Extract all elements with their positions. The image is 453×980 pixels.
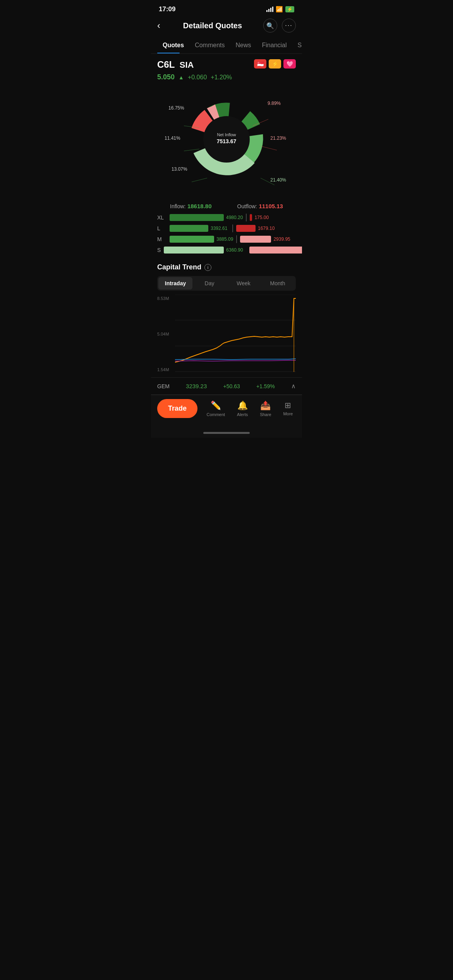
- line-chart-container: 8.53M 5.04M 1.54M: [151, 295, 302, 373]
- status-icons: 📶 ⚡: [266, 6, 294, 13]
- badge-lightning: ⚡: [269, 59, 281, 69]
- bottom-nav: Trade ✏️ Comment 🔔 Alerts 📤 Share ⊞ More: [151, 395, 302, 427]
- gem-label: GEM: [157, 383, 170, 389]
- bar-row-xl: XL 4980.20 175.00: [157, 214, 296, 221]
- y-label-top: 8.53M: [157, 296, 169, 301]
- wifi-icon: 📶: [276, 6, 283, 13]
- gem-change2: +1.59%: [256, 383, 275, 389]
- nav-item-comment[interactable]: ✏️ Comment: [206, 401, 225, 417]
- bar-row-l: L 3392.61 1679.10: [157, 224, 296, 232]
- nav-item-more[interactable]: ⊞ More: [283, 401, 293, 417]
- annotation-left: 11.41%: [165, 135, 180, 141]
- nav-label-share: Share: [260, 412, 271, 417]
- bars-table: XL 4980.20 175.00 L 3392.61 1679.10 M 38…: [151, 214, 302, 254]
- line-chart-svg-wrapper: [175, 295, 296, 373]
- bar-fill-l-inflow: [170, 225, 208, 232]
- search-button[interactable]: 🔍: [263, 19, 277, 33]
- chevron-up-icon[interactable]: ∧: [291, 382, 296, 390]
- outflow-label: Outflow:: [237, 203, 257, 209]
- bar-label-l: L: [157, 225, 166, 231]
- status-bar: 17:09 📶 ⚡: [151, 0, 302, 16]
- stock-badges: 🇸🇬 ⚡ 🩷: [254, 59, 296, 69]
- y-label-mid: 5.04M: [157, 332, 169, 336]
- period-tab-month[interactable]: Month: [261, 277, 295, 290]
- y-axis-labels: 8.53M 5.04M 1.54M: [157, 295, 169, 373]
- tab-underline: [157, 53, 180, 54]
- stock-name-section: C6L SIA: [157, 59, 194, 70]
- price-change: +0.060: [188, 74, 207, 81]
- header: ‹ Detailed Quotes 🔍 ···: [151, 16, 302, 37]
- badge-heart: 🩷: [283, 59, 296, 69]
- more-options-button[interactable]: ···: [282, 19, 296, 33]
- bar-left-l: 3392.61: [170, 225, 229, 232]
- inflow-value: 18618.80: [187, 203, 212, 209]
- bar-val-l-outflow: 1679.10: [258, 226, 275, 231]
- period-tab-day[interactable]: Day: [192, 277, 226, 290]
- price-change-pct: +1.20%: [211, 74, 232, 81]
- bar-fill-s-inflow: [164, 247, 224, 254]
- share-icon: 📤: [260, 401, 271, 411]
- period-tabs: Intraday Day Week Month: [157, 276, 296, 291]
- nav-label-alerts: Alerts: [237, 412, 248, 417]
- bar-left-m: 3885.09: [170, 236, 233, 243]
- nav-items: ✏️ Comment 🔔 Alerts 📤 Share ⊞ More: [197, 401, 302, 417]
- bar-fill-xl-outflow: [250, 214, 252, 221]
- period-tab-intraday[interactable]: Intraday: [158, 277, 192, 290]
- nav-item-share[interactable]: 📤 Share: [260, 401, 271, 417]
- nav-item-alerts[interactable]: 🔔 Alerts: [237, 401, 248, 417]
- more-grid-icon: ⊞: [285, 401, 291, 410]
- tab-comments[interactable]: Comments: [189, 38, 230, 53]
- donut-chart-svg: Net Inflow 7513.67: [184, 97, 269, 182]
- stock-code: C6L: [157, 59, 175, 70]
- divider-xl: [246, 214, 247, 221]
- bar-label-xl: XL: [157, 214, 166, 221]
- bar-val-l-inflow: 3392.61: [211, 226, 227, 231]
- nav-label-comment: Comment: [206, 412, 225, 417]
- gem-change1: +50.63: [223, 383, 240, 389]
- back-button[interactable]: ‹: [157, 20, 160, 31]
- price-arrow-icon: ▲: [178, 74, 184, 81]
- bar-right-s: 6311.09: [249, 247, 302, 254]
- annotation-bottom-right: 21.40%: [270, 177, 286, 183]
- stock-price: 5.050: [157, 73, 175, 81]
- trade-button[interactable]: Trade: [157, 399, 197, 418]
- purple-line: [175, 360, 296, 361]
- battery-icon: ⚡: [285, 6, 294, 12]
- gem-bar: GEM 3239.23 +50.63 +1.59% ∧: [151, 377, 302, 395]
- info-icon[interactable]: i: [204, 264, 211, 271]
- period-tab-week[interactable]: Week: [226, 277, 261, 290]
- y-label-bottom: 1.54M: [157, 367, 169, 372]
- tab-news[interactable]: News: [230, 38, 256, 53]
- capital-trend-title: Capital Trend i: [151, 257, 302, 276]
- inflow-section: Inflow: 18618.80: [170, 203, 212, 210]
- header-right: 🔍 ···: [263, 19, 296, 33]
- search-icon: 🔍: [266, 22, 274, 29]
- bar-right-l: 1679.10: [236, 225, 296, 232]
- capital-trend-label: Capital Trend: [157, 263, 201, 271]
- bar-val-xl-outflow: 175.00: [254, 215, 269, 220]
- status-time: 17:09: [159, 5, 175, 13]
- tab-quotes[interactable]: Quotes: [157, 38, 189, 53]
- bar-row-m: M 3885.09 2939.95: [157, 235, 296, 243]
- bar-fill-s-outflow: [249, 247, 302, 254]
- bar-fill-m-inflow: [170, 236, 214, 243]
- divider-l: [232, 224, 233, 232]
- alerts-icon: 🔔: [237, 401, 248, 411]
- badge-sg: 🇸🇬: [254, 59, 266, 69]
- bar-left-xl: 4980.20: [170, 214, 243, 221]
- nav-label-more: More: [283, 411, 293, 416]
- tab-summary[interactable]: Summa: [292, 38, 302, 53]
- stock-price-row: 5.050 ▲ +0.060 +1.20%: [151, 72, 302, 85]
- outflow-section: Outflow: 11105.13: [237, 203, 283, 210]
- home-indicator-area: [151, 427, 302, 438]
- orange-line: [175, 298, 296, 362]
- header-left: ‹: [157, 20, 162, 31]
- comment-icon: ✏️: [211, 401, 221, 411]
- annotation-right: 21.23%: [270, 135, 286, 141]
- bar-label-s: S: [157, 247, 161, 253]
- tab-financial[interactable]: Financial: [257, 38, 292, 53]
- bar-right-m: 2939.95: [240, 236, 296, 243]
- tabs-bar: Quotes Comments News Financial Summa ☰: [151, 37, 302, 54]
- annotation-top-left: 16.75%: [168, 105, 184, 111]
- bar-right-xl: 175.00: [250, 214, 296, 221]
